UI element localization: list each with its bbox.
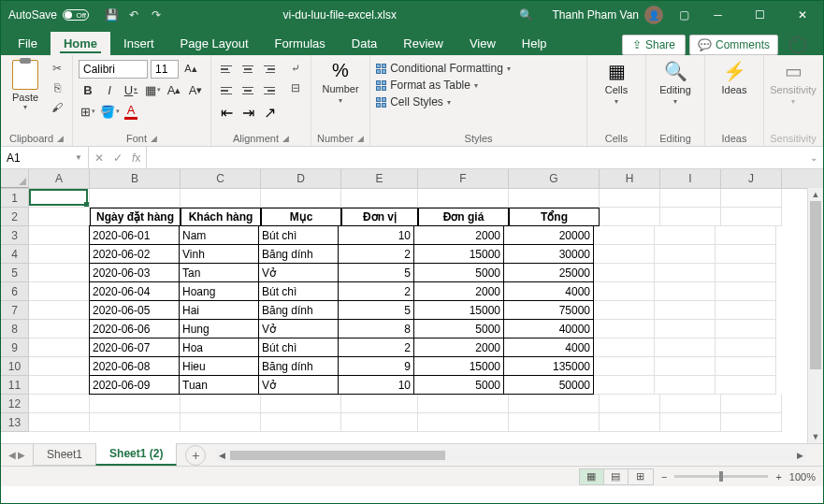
cell[interactable]	[655, 301, 716, 320]
minimize-button[interactable]: ─	[697, 1, 739, 29]
orientation-icon[interactable]: ↗	[260, 103, 279, 122]
cancel-formula-icon[interactable]: ✕	[94, 151, 104, 165]
cell[interactable]	[655, 264, 716, 282]
align-right-icon[interactable]	[260, 81, 279, 100]
tab-insert[interactable]: Insert	[110, 32, 167, 55]
cell[interactable]	[594, 376, 655, 395]
cell[interactable]: 40000	[503, 319, 594, 338]
align-top-icon[interactable]	[217, 60, 236, 79]
cell[interactable]	[660, 189, 721, 208]
cell[interactable]	[29, 376, 90, 395]
cell[interactable]: Đơn giá	[418, 208, 509, 226]
cell[interactable]	[721, 395, 782, 413]
cell[interactable]: Bút chì	[258, 281, 339, 301]
cell[interactable]: Tuan	[179, 375, 259, 395]
cell[interactable]	[261, 395, 341, 413]
zoom-slider[interactable]	[674, 475, 768, 478]
row-header[interactable]: 5	[1, 264, 29, 282]
cell[interactable]: 4000	[503, 281, 594, 301]
cell[interactable]: 2020-06-06	[89, 319, 180, 338]
cell[interactable]	[418, 413, 509, 432]
cell[interactable]: 2000	[413, 281, 504, 301]
cell[interactable]	[655, 357, 716, 376]
cell[interactable]	[29, 413, 90, 432]
row-header[interactable]: 10	[1, 357, 29, 376]
cell[interactable]: 2020-06-04	[89, 281, 180, 301]
zoom-out-button[interactable]: −	[661, 471, 667, 482]
chevron-down-icon[interactable]: ▼	[75, 153, 82, 162]
cell[interactable]: 2020-06-01	[89, 225, 180, 245]
cells-button[interactable]: ▦Cells▾	[593, 58, 640, 106]
cell[interactable]: Đơn vị	[341, 208, 418, 226]
sheet-tab[interactable]: Sheet1 (2)	[95, 443, 177, 466]
feedback-icon[interactable]	[789, 36, 806, 53]
cell[interactable]: 15000	[413, 244, 504, 264]
share-button[interactable]: ⇪Share	[622, 35, 686, 55]
cell[interactable]	[716, 301, 776, 320]
autosave-toggle[interactable]: AutoSave Off	[1, 8, 96, 22]
cell[interactable]: Hai	[179, 300, 259, 320]
row-header[interactable]: 3	[1, 226, 29, 245]
cell[interactable]: Băng dính	[258, 300, 339, 320]
cell[interactable]: Hung	[179, 319, 259, 338]
user-account[interactable]: Thanh Pham Van 👤	[544, 6, 671, 24]
scroll-down-icon[interactable]: ▼	[808, 430, 823, 443]
align-left-icon[interactable]	[217, 81, 236, 100]
tab-formulas[interactable]: Formulas	[262, 32, 339, 55]
cell[interactable]	[509, 395, 600, 413]
cell[interactable]: 2020-06-05	[89, 300, 180, 320]
column-header[interactable]: H	[600, 169, 660, 188]
align-bottom-icon[interactable]	[260, 60, 279, 79]
zoom-level[interactable]: 100%	[789, 471, 816, 482]
scroll-right-icon[interactable]: ▶	[793, 449, 806, 462]
close-button[interactable]: ✕	[781, 1, 823, 29]
format-as-table-button[interactable]: Format as Table▾	[376, 79, 511, 92]
cell[interactable]: 5000	[413, 375, 504, 395]
cell[interactable]	[600, 208, 660, 226]
cell[interactable]	[716, 376, 776, 395]
cell[interactable]	[29, 226, 90, 245]
cell[interactable]	[418, 189, 509, 208]
cell[interactable]	[90, 189, 181, 208]
cell[interactable]: Vở	[258, 319, 339, 338]
cell[interactable]	[29, 264, 90, 282]
cell[interactable]	[655, 320, 716, 338]
expand-formula-bar-icon[interactable]: ⌄	[804, 147, 823, 168]
cell[interactable]: Tổng	[509, 208, 600, 226]
cell[interactable]	[660, 413, 721, 432]
cell[interactable]	[716, 245, 776, 264]
enter-formula-icon[interactable]: ✓	[113, 151, 123, 165]
cell[interactable]: 2020-06-09	[89, 375, 180, 395]
normal-view-icon[interactable]: ▦	[580, 469, 604, 484]
cell[interactable]	[600, 395, 660, 413]
cell[interactable]: 75000	[503, 300, 594, 320]
cell[interactable]	[594, 282, 655, 301]
row-header[interactable]: 6	[1, 282, 29, 301]
column-header[interactable]: E	[341, 169, 418, 188]
border-icon[interactable]: ▦▾	[143, 81, 162, 100]
tab-page-layout[interactable]: Page Layout	[167, 32, 262, 55]
decrease-indent-icon[interactable]: ⇤	[217, 103, 236, 122]
ribbon-options-icon[interactable]: ▢	[676, 7, 691, 22]
editing-button[interactable]: 🔍Editing▾	[652, 58, 699, 106]
increase-indent-icon[interactable]: ⇥	[239, 103, 257, 122]
cell[interactable]: 2020-06-03	[89, 263, 180, 282]
cell[interactable]: Băng dính	[258, 356, 339, 376]
cell[interactable]	[341, 413, 418, 432]
maximize-button[interactable]: ☐	[739, 1, 781, 29]
cell[interactable]	[594, 226, 655, 245]
cell[interactable]	[181, 395, 261, 413]
cell[interactable]: 15000	[413, 356, 504, 376]
bold-button[interactable]: B	[79, 81, 97, 100]
cell[interactable]: Băng dính	[258, 244, 339, 264]
cell[interactable]: 8	[338, 319, 414, 338]
cell[interactable]	[29, 208, 90, 226]
new-sheet-button[interactable]: +	[185, 445, 206, 466]
cell[interactable]	[721, 189, 782, 208]
cell[interactable]: Vinh	[179, 244, 259, 264]
cell[interactable]: 5	[338, 263, 414, 282]
cell[interactable]	[594, 357, 655, 376]
comments-button[interactable]: 💬Comments	[689, 35, 778, 55]
select-all-button[interactable]	[1, 169, 29, 188]
increase-font-icon[interactable]: A▴	[181, 60, 200, 79]
